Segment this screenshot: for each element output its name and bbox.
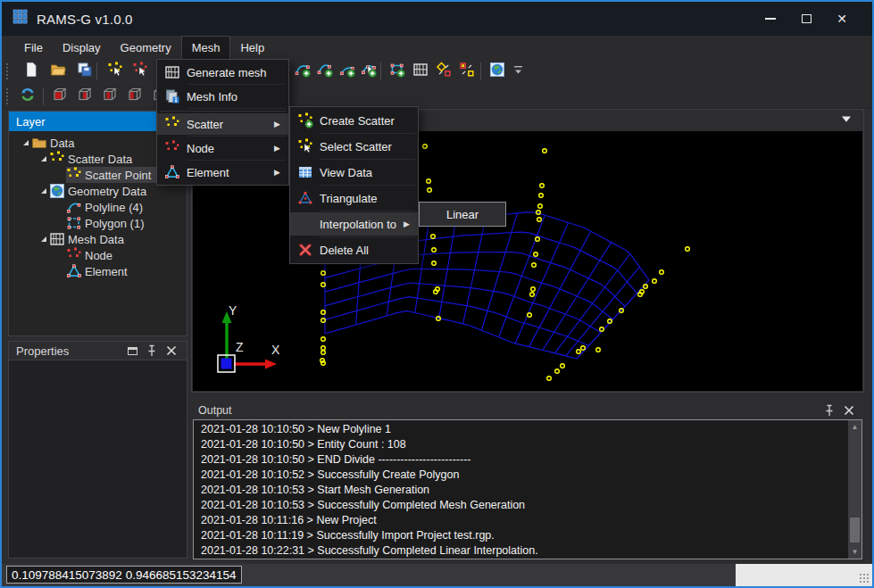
open-folder-button[interactable]	[46, 61, 70, 82]
expander-icon[interactable]	[37, 153, 49, 165]
scatter-point	[321, 283, 326, 287]
tree-item-content: Node	[66, 247, 187, 263]
menubar-item-mesh[interactable]: Mesh	[181, 36, 231, 59]
menu-item-generate-mesh[interactable]: Generate mesh	[157, 62, 288, 83]
menubar-item-geometry[interactable]: Geometry	[111, 36, 181, 59]
tree-item-mesh-data[interactable]: Mesh Data	[9, 231, 187, 247]
pin-button[interactable]	[144, 344, 160, 358]
submenu-item-create-scatter[interactable]: Create Scatter	[290, 109, 418, 132]
svg-text:Y: Y	[229, 303, 237, 318]
toolbar-grip[interactable]	[6, 88, 9, 104]
toolbar-grip[interactable]	[6, 63, 9, 79]
refresh-button[interactable]	[16, 86, 39, 107]
mesh-dropdown-menu: Generate meshMesh InfoScatter▶Node▶Eleme…	[156, 59, 289, 186]
node-red-icon	[157, 140, 187, 156]
close-button[interactable]	[841, 403, 857, 418]
cube-view-icon	[127, 87, 143, 106]
menu-item-label: Element	[187, 166, 229, 179]
toolbar-separator	[380, 62, 381, 80]
scroll-up-icon[interactable]: ▲	[848, 420, 862, 434]
output-panel: Output 2021-01-28 10:10:50 > New Polylin…	[191, 402, 864, 561]
select-scatter-button[interactable]	[104, 61, 127, 82]
menu-item-scatter[interactable]: Scatter▶	[157, 113, 288, 135]
expander-icon[interactable]	[20, 137, 31, 149]
scatter-point	[321, 346, 326, 351]
menubar-item-file[interactable]: File	[14, 36, 53, 59]
submenu-item-triangulate[interactable]: Triangulate	[290, 186, 418, 210]
menu-item-mesh-info[interactable]: Mesh Info	[157, 86, 288, 107]
cube-view-button[interactable]	[73, 86, 96, 107]
tree-item-content: Element	[66, 263, 187, 279]
close-button[interactable]	[163, 344, 179, 358]
create-arc-button[interactable]	[336, 61, 359, 82]
tree-item-polyline-4[interactable]: Polyline (4)	[9, 199, 187, 215]
tree-item-element[interactable]: Element	[9, 263, 187, 279]
toolbar-overflow-button[interactable]	[507, 61, 530, 82]
resize-grip-icon[interactable]	[859, 573, 870, 584]
log-line: 2021-01-28 10:11:19 > Successfully Impor…	[201, 529, 862, 544]
scatter-point	[427, 179, 431, 184]
tree-item-content: Mesh Data	[49, 231, 187, 247]
new-file-icon	[23, 62, 39, 81]
select-node-icon	[132, 62, 148, 81]
submenu-item-view-data[interactable]: View Data	[290, 161, 418, 184]
svg-text:Z: Z	[236, 340, 244, 354]
cube-view-button[interactable]	[48, 86, 71, 107]
scatter-point	[608, 319, 612, 324]
mesh-transversal-line	[515, 223, 568, 344]
menu-separator	[187, 160, 286, 161]
close-button[interactable]: ✕	[824, 2, 860, 36]
submenu-item-delete-all[interactable]: Delete All	[290, 238, 418, 261]
menu-item-element[interactable]: Element▶	[157, 161, 288, 183]
output-panel-header: Output	[191, 402, 864, 419]
dropdown-triangle-icon[interactable]	[838, 111, 854, 130]
scatter-point	[530, 293, 535, 297]
scrollbar-thumb[interactable]	[850, 518, 860, 542]
mesh-transversal-line	[554, 254, 629, 353]
save-button[interactable]	[73, 61, 96, 82]
mesh-grid-icon	[157, 64, 187, 80]
submenu-item-select-scatter[interactable]: Select Scatter	[290, 135, 418, 158]
cube-view-button[interactable]	[123, 86, 146, 107]
expander-icon[interactable]	[37, 186, 49, 197]
scatter-point	[321, 337, 326, 342]
menu-separator	[320, 159, 415, 160]
create-polygon-button[interactable]	[386, 61, 409, 82]
scatter-point	[596, 348, 601, 352]
generate-mesh-button[interactable]	[409, 61, 432, 82]
select-scatter-icon	[107, 62, 123, 81]
polyline-icon	[66, 199, 82, 215]
new-file-button[interactable]	[20, 61, 43, 82]
node-convert-button[interactable]	[455, 61, 479, 82]
expander-icon[interactable]	[37, 234, 49, 245]
restore-button[interactable]	[124, 344, 140, 358]
submenu-arrow-icon: ▶	[274, 120, 280, 128]
minimize-button[interactable]	[753, 2, 788, 36]
output-scrollbar[interactable]: ▲ ▼	[848, 420, 862, 559]
log-line: 2021-01-28 10:10:53 > Successfully Compl…	[201, 499, 862, 514]
create-polyline-button[interactable]	[291, 61, 314, 82]
menu-separator	[320, 185, 415, 186]
pin-button[interactable]	[821, 403, 837, 418]
tree-item-polygon-1[interactable]: Polygon (1)	[9, 215, 187, 231]
scatter-convert-button[interactable]	[432, 61, 455, 82]
cube-view-button[interactable]	[98, 86, 121, 107]
submenu-item-interpolation-to[interactable]: Interpolation to▶	[290, 212, 418, 236]
scatter-point	[555, 369, 560, 374]
tree-item-node[interactable]: Node	[9, 247, 187, 263]
maximize-button[interactable]	[788, 2, 824, 36]
create-spline-button[interactable]	[313, 61, 337, 82]
menubar-item-display[interactable]: Display	[53, 36, 111, 59]
scatter-yellow-icon	[157, 116, 187, 132]
menubar-item-help[interactable]: Help	[230, 36, 274, 59]
select-curve-button[interactable]	[357, 61, 380, 82]
scatter-convert-icon	[436, 62, 452, 81]
menu-item-linear[interactable]: Linear	[419, 202, 506, 227]
scatter-add-icon	[290, 112, 320, 128]
menu-item-node[interactable]: Node▶	[157, 137, 288, 159]
scroll-down-icon[interactable]: ▼	[848, 545, 862, 559]
menu-separator	[187, 108, 286, 109]
menu-separator	[320, 236, 415, 237]
select-node-button[interactable]	[129, 61, 152, 82]
globe-view-button[interactable]	[486, 61, 509, 82]
